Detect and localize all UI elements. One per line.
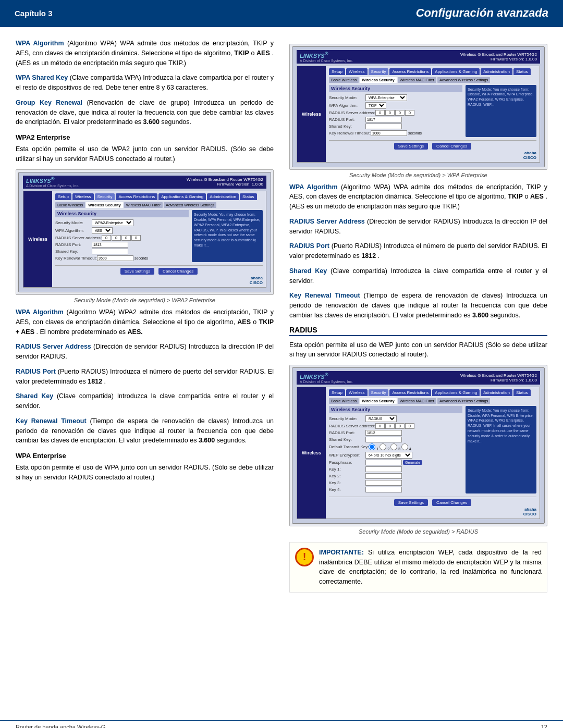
tab-security-2[interactable]: Security <box>369 68 389 75</box>
tab-setup-1[interactable]: Setup <box>55 193 71 200</box>
tab-security-1[interactable]: Security <box>95 193 115 200</box>
tab-access-1[interactable]: Access Restrictions <box>116 193 157 200</box>
tab-access-3[interactable]: Access Restrictions <box>389 389 431 396</box>
rs-save-btn-3[interactable]: Save Settings <box>394 499 428 506</box>
subtab-advanced-3[interactable]: Advanced Wireless Settings <box>437 398 490 404</box>
tab-setup-3[interactable]: Setup <box>329 389 345 396</box>
rs-input-key3-3[interactable] <box>365 480 402 486</box>
subtab-basic-3[interactable]: Basic Wireless <box>329 398 359 404</box>
rs-input-radius-port-1[interactable] <box>92 242 128 248</box>
rs-cancel-btn-1[interactable]: Cancel Changes <box>158 268 198 275</box>
rs-ip-1d[interactable] <box>131 235 141 241</box>
rs-top-bar-1: LINKSYS® A Division of Cisco Systems, In… <box>23 176 266 189</box>
rs-radio-4[interactable] <box>401 443 408 450</box>
subtab-advanced-2[interactable]: Advanced Wireless Settings <box>437 77 490 83</box>
tab-apps-1[interactable]: Applications & Gaming <box>158 193 206 200</box>
rs-input-key4-3[interactable] <box>365 487 402 492</box>
tab-access-2[interactable]: Access Restrictions <box>389 68 431 75</box>
rs-cancel-btn-2[interactable]: Cancel Changes <box>432 143 471 150</box>
rs-save-btn-1[interactable]: Save Settings <box>120 268 154 275</box>
rs-field-mode-3: Security Mode: RADIUS <box>329 415 462 422</box>
rs-input-radius-port-3[interactable] <box>365 430 402 436</box>
tab-status-3[interactable]: Status <box>513 389 531 396</box>
subtab-security-2[interactable]: Wireless Security <box>360 77 396 83</box>
subtab-mac-1[interactable]: Wireless MAC Filter <box>124 202 163 208</box>
wpa-enterprise-body: Esta opción permite el uso de WPA junto … <box>16 463 274 483</box>
rs-select-mode-3[interactable]: RADIUS <box>365 415 397 422</box>
key-renewal-term-l: Key Renewal Timeout <box>16 417 87 425</box>
rs-label-shared-key-3: Shared Key: <box>329 437 365 442</box>
rs-label-key4-3: Key 4: <box>329 487 365 492</box>
rs-input-passphrase-3[interactable] <box>365 460 402 465</box>
tab-admin-1[interactable]: Administration <box>207 193 239 200</box>
rs-ip-3a[interactable] <box>375 423 385 429</box>
tab-wireless-3[interactable]: Wireless <box>346 389 368 396</box>
rs-input-key2-3[interactable] <box>365 473 402 479</box>
key-renewal-section-l: Key Renewal Timeout (Tiempo de espera de… <box>16 416 274 446</box>
tab-wireless-2[interactable]: Wireless <box>346 68 368 75</box>
tab-apps-2[interactable]: Applications & Gaming <box>432 68 480 75</box>
rs-select-mode-2[interactable]: WPA-Enterprise <box>365 94 407 101</box>
screenshot-wpa-inner: LINKSYS® A Division of Cisco Systems, In… <box>292 46 545 167</box>
tab-apps-3[interactable]: Applications & Gaming <box>432 389 480 396</box>
rs-input-timeout-2[interactable] <box>371 130 407 136</box>
rs-input-shared-key-2[interactable] <box>365 124 402 129</box>
rs-label-radius-addr-1: RADIUS Server address: <box>55 236 102 240</box>
rs-logo-3: LINKSYS® A Division of Cisco Systems, In… <box>300 372 353 384</box>
key-renewal-term-r: Key Renewal Timeout <box>289 292 360 299</box>
tab-admin-2[interactable]: Administration <box>481 68 512 75</box>
rs-ip-3d[interactable] <box>405 423 414 429</box>
rs-field-key3-3: Key 3: <box>329 480 462 486</box>
rs-ip-3b[interactable] <box>385 423 395 429</box>
rs-field-timeout-1: Key Renewal Timeout: seconds <box>55 255 189 261</box>
rs-radio-2[interactable] <box>380 443 386 450</box>
rs-ip-2b[interactable] <box>385 110 395 116</box>
rs-input-shared-key-3[interactable] <box>365 437 402 442</box>
rs-field-key1-3: Key 1: <box>329 466 462 472</box>
rs-select-mode-1[interactable]: WPA2-Enterprise <box>92 219 133 226</box>
rs-input-timeout-1[interactable] <box>97 255 133 261</box>
radius-port-body2-l: . <box>104 378 106 385</box>
subtab-security-3[interactable]: Wireless Security <box>360 398 396 404</box>
subtab-mac-2[interactable]: Wireless MAC Filter <box>398 77 436 83</box>
rs-sidebar-3: Wireless <box>297 387 326 519</box>
rs-input-radius-port-2[interactable] <box>365 117 402 122</box>
tab-admin-3[interactable]: Administration <box>481 389 512 396</box>
tab-status-1[interactable]: Status <box>240 193 257 200</box>
rs-input-key1-3[interactable] <box>365 466 402 472</box>
subtab-advanced-1[interactable]: Advanced Wireless Settings <box>164 202 216 208</box>
tab-status-2[interactable]: Status <box>513 68 531 75</box>
rs-input-shared-key-1[interactable] <box>92 249 128 254</box>
rs-label-mode-2: Security Mode: <box>329 95 365 100</box>
rs-generate-btn-3[interactable]: Generate <box>403 460 422 465</box>
screenshot-radius-inner: LINKSYS® A Division of Cisco Systems, In… <box>292 367 545 524</box>
rs-label-radius-addr-3: RADIUS Server address: <box>329 424 375 428</box>
rs-cancel-btn-3[interactable]: Cancel Changes <box>432 499 471 506</box>
rs-radio-3[interactable] <box>390 443 397 450</box>
rs-select-algo-2[interactable]: TKIP <box>365 102 386 109</box>
important-box: ! IMPORTANTE: Si utiliza encriptación WE… <box>289 542 547 593</box>
rs-ip-2d[interactable] <box>405 110 414 116</box>
rs-main-3: Setup Wireless Security Access Restricti… <box>326 387 540 519</box>
rs-radio-1[interactable] <box>369 443 375 450</box>
rs-select-algo-1[interactable]: AES <box>92 227 113 234</box>
rs-cisco-2: ahahaCISCO <box>329 151 536 160</box>
subtab-security-1[interactable]: Wireless Security <box>86 202 123 208</box>
rs-save-btn-2[interactable]: Save Settings <box>394 143 428 150</box>
subtab-basic-2[interactable]: Basic Wireless <box>329 77 359 83</box>
rs-ip-1b[interactable] <box>112 235 121 241</box>
rs-ip-3c[interactable] <box>395 423 405 429</box>
rs-form-title-3: Wireless Security <box>329 406 462 413</box>
rs-ip-1a[interactable] <box>102 235 111 241</box>
subtab-basic-1[interactable]: Basic Wireless <box>55 202 85 208</box>
tab-security-3[interactable]: Security <box>369 389 389 396</box>
subtab-mac-3[interactable]: Wireless MAC Filter <box>398 398 436 404</box>
radius-port-body2-r: . <box>378 252 380 260</box>
rs-buttons-1: Save Settings Cancel Changes <box>55 265 263 275</box>
rs-ip-2c[interactable] <box>395 110 405 116</box>
tab-setup-2[interactable]: Setup <box>329 68 345 75</box>
tab-wireless-1[interactable]: Wireless <box>72 193 94 200</box>
rs-ip-1c[interactable] <box>121 235 131 241</box>
rs-ip-2a[interactable] <box>375 110 385 116</box>
rs-select-wep-3[interactable]: 64 bits 10 hex digits <box>365 452 412 459</box>
